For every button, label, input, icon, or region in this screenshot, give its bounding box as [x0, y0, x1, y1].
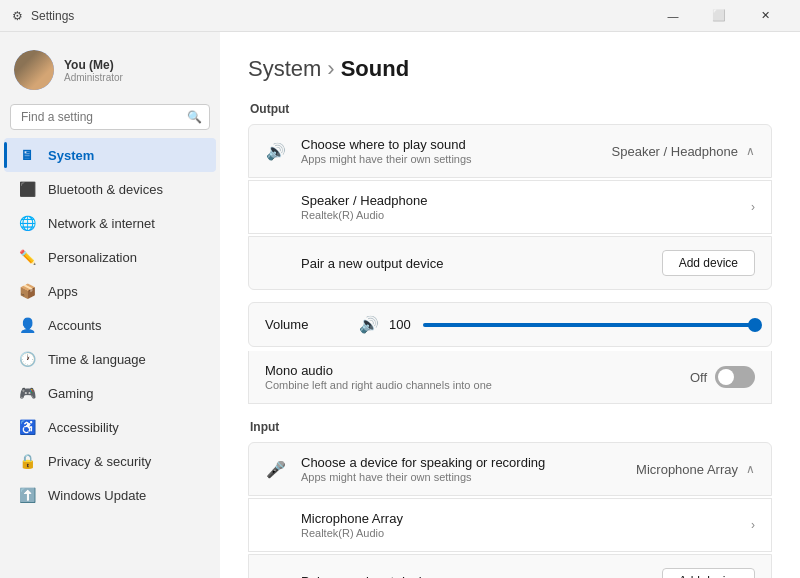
- pair-input-spacer: [265, 570, 287, 578]
- pair-input-label: Pair a new input device: [301, 574, 435, 579]
- mono-audio-title: Mono audio: [265, 363, 676, 378]
- choose-input-row: 🎤 Choose a device for speaking or record…: [249, 443, 771, 495]
- sidebar-item-label: Network & internet: [48, 216, 155, 231]
- breadcrumb-current: Sound: [341, 56, 409, 82]
- sidebar-item-accessibility[interactable]: ♿ Accessibility: [4, 410, 216, 444]
- minimize-button[interactable]: —: [650, 0, 696, 32]
- settings-icon: ⚙: [12, 9, 23, 23]
- choose-output-row: 🔊 Choose where to play sound Apps might …: [249, 125, 771, 177]
- speaker-headphone-card[interactable]: Speaker / Headphone Realtek(R) Audio ›: [248, 180, 772, 234]
- search-box: 🔍: [10, 104, 210, 130]
- chevron-up-icon: ∧: [746, 144, 755, 158]
- volume-value: 100: [389, 317, 413, 332]
- accounts-icon: 👤: [18, 316, 36, 334]
- search-icon: 🔍: [187, 110, 202, 124]
- main-layout: You (Me) Administrator 🔍 🖥 System ⬛ Blue…: [0, 32, 800, 578]
- add-output-device-button[interactable]: Add device: [662, 250, 755, 276]
- speaker-headphone-sub: Realtek(R) Audio: [301, 209, 737, 221]
- volume-right: 🔊 100: [359, 315, 755, 334]
- title-bar-label: Settings: [31, 9, 74, 23]
- output-section-label: Output: [248, 102, 772, 116]
- pair-output-spacer: [265, 252, 287, 274]
- choose-input-value: Microphone Array: [636, 462, 738, 477]
- speaker-headphone-title: Speaker / Headphone: [301, 193, 737, 208]
- toggle-knob: [718, 369, 734, 385]
- sidebar-item-label: Personalization: [48, 250, 137, 265]
- sidebar-item-label: Accounts: [48, 318, 101, 333]
- sidebar-item-apps[interactable]: 📦 Apps: [4, 274, 216, 308]
- sidebar-item-update[interactable]: ⬆️ Windows Update: [4, 478, 216, 512]
- maximize-button[interactable]: ⬜: [696, 0, 742, 32]
- pair-input-row: Pair a new input device Add device: [249, 555, 771, 578]
- volume-slider-fill: [423, 323, 755, 327]
- sidebar-item-system[interactable]: 🖥 System: [4, 138, 216, 172]
- update-icon: ⬆️: [18, 486, 36, 504]
- mic-array-row: Microphone Array Realtek(R) Audio ›: [249, 499, 771, 551]
- mic-array-spacer: [265, 514, 287, 536]
- mic-array-right: ›: [751, 518, 755, 532]
- sidebar-item-gaming[interactable]: 🎮 Gaming: [4, 376, 216, 410]
- sidebar-item-personalization[interactable]: ✏️ Personalization: [4, 240, 216, 274]
- sidebar-item-label: System: [48, 148, 94, 163]
- mono-audio-sub: Combine left and right audio channels in…: [265, 379, 676, 391]
- speaker-headphone-right: ›: [751, 200, 755, 214]
- user-info: You (Me) Administrator: [64, 58, 123, 83]
- sidebar-item-network[interactable]: 🌐 Network & internet: [4, 206, 216, 240]
- sidebar-item-label: Windows Update: [48, 488, 146, 503]
- sidebar-item-privacy[interactable]: 🔒 Privacy & security: [4, 444, 216, 478]
- choose-input-title: Choose a device for speaking or recordin…: [301, 455, 622, 470]
- sidebar-item-accounts[interactable]: 👤 Accounts: [4, 308, 216, 342]
- mic-array-title: Microphone Array: [301, 511, 737, 526]
- pair-input-right: Add device: [662, 568, 755, 578]
- mic-array-card[interactable]: Microphone Array Realtek(R) Audio ›: [248, 498, 772, 552]
- system-icon: 🖥: [18, 146, 36, 164]
- mono-audio-right: Off: [690, 366, 755, 388]
- choose-input-card[interactable]: 🎤 Choose a device for speaking or record…: [248, 442, 772, 496]
- sidebar-item-bluetooth[interactable]: ⬛ Bluetooth & devices: [4, 172, 216, 206]
- choose-input-right: Microphone Array ∧: [636, 462, 755, 477]
- mono-audio-row: Mono audio Combine left and right audio …: [249, 351, 771, 403]
- volume-row: Volume 🔊 100: [249, 303, 771, 346]
- mono-audio-card: Mono audio Combine left and right audio …: [248, 351, 772, 404]
- speaker-headphone-text: Speaker / Headphone Realtek(R) Audio: [301, 193, 737, 221]
- sidebar-item-label: Gaming: [48, 386, 94, 401]
- mono-audio-toggle[interactable]: [715, 366, 755, 388]
- close-button[interactable]: ✕: [742, 0, 788, 32]
- volume-card: Volume 🔊 100: [248, 302, 772, 347]
- title-bar-left: ⚙ Settings: [12, 9, 74, 23]
- bluetooth-icon: ⬛: [18, 180, 36, 198]
- sidebar-item-time[interactable]: 🕐 Time & language: [4, 342, 216, 376]
- input-chevron-up-icon: ∧: [746, 462, 755, 476]
- sidebar-item-label: Time & language: [48, 352, 146, 367]
- accessibility-icon: ♿: [18, 418, 36, 436]
- chevron-right-icon: ›: [751, 200, 755, 214]
- sidebar: You (Me) Administrator 🔍 🖥 System ⬛ Blue…: [0, 32, 220, 578]
- volume-slider-thumb: [748, 318, 762, 332]
- pair-output-label: Pair a new output device: [301, 256, 443, 271]
- user-profile: You (Me) Administrator: [0, 40, 220, 104]
- input-card-group: 🎤 Choose a device for speaking or record…: [248, 442, 772, 578]
- gaming-icon: 🎮: [18, 384, 36, 402]
- sidebar-item-label: Accessibility: [48, 420, 119, 435]
- choose-output-sub: Apps might have their own settings: [301, 153, 598, 165]
- output-card-group: 🔊 Choose where to play sound Apps might …: [248, 124, 772, 290]
- personalization-icon: ✏️: [18, 248, 36, 266]
- volume-slider[interactable]: [423, 323, 755, 327]
- speaker-headphone-spacer: [265, 196, 287, 218]
- add-input-device-button[interactable]: Add device: [662, 568, 755, 578]
- user-sub: Administrator: [64, 72, 123, 83]
- sidebar-item-label: Apps: [48, 284, 78, 299]
- input-section-label: Input: [248, 420, 772, 434]
- sidebar-item-label: Bluetooth & devices: [48, 182, 163, 197]
- mic-chevron-right-icon: ›: [751, 518, 755, 532]
- mic-array-sub: Realtek(R) Audio: [301, 527, 737, 539]
- time-icon: 🕐: [18, 350, 36, 368]
- breadcrumb: System › Sound: [248, 56, 772, 82]
- search-input[interactable]: [10, 104, 210, 130]
- choose-output-card[interactable]: 🔊 Choose where to play sound Apps might …: [248, 124, 772, 178]
- pair-input-card: Pair a new input device Add device: [248, 554, 772, 578]
- title-bar: ⚙ Settings — ⬜ ✕: [0, 0, 800, 32]
- breadcrumb-parent: System: [248, 56, 321, 82]
- speaker-headphone-row: Speaker / Headphone Realtek(R) Audio ›: [249, 181, 771, 233]
- sidebar-item-label: Privacy & security: [48, 454, 151, 469]
